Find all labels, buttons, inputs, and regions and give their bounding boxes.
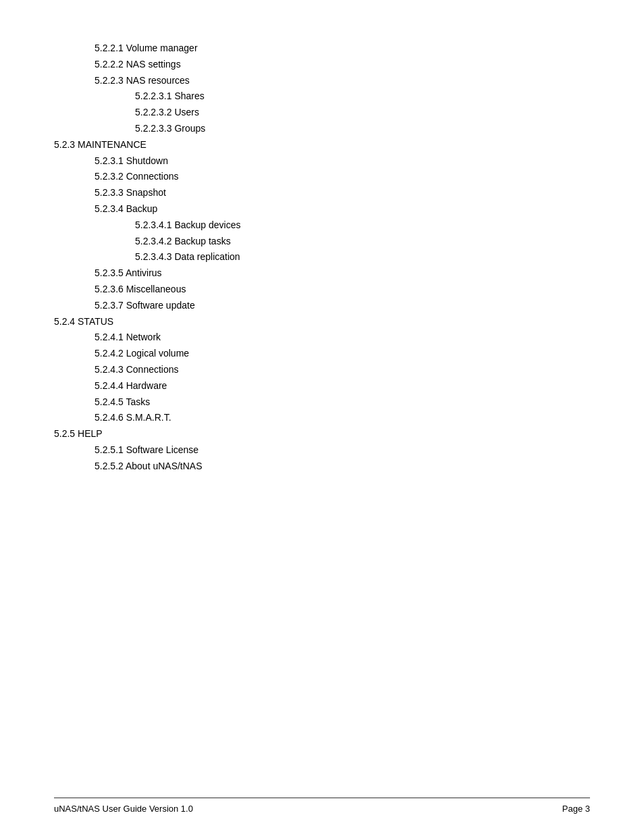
toc-item: 5.2.4.5 Tasks	[95, 394, 590, 411]
toc-item: 5.2.4.3 Connections	[95, 362, 590, 378]
toc-item: 5.2.2.3 NAS resources	[95, 73, 590, 89]
toc-list: 5.2.2.1 Volume manager5.2.2.2 NAS settin…	[54, 41, 590, 475]
toc-item: 5.2.3.7 Software update	[95, 298, 590, 314]
toc-item: 5.2.3.4.2 Backup tasks	[135, 234, 590, 250]
toc-item: 5.2.4 STATUS	[54, 314, 590, 330]
toc-item: 5.2.3.4 Backup	[95, 201, 590, 217]
toc-item: 5.2.3.6 Miscellaneous	[95, 282, 590, 298]
toc-item: 5.2.3.2 Connections	[95, 169, 590, 185]
toc-item: 5.2.3 MAINTENANCE	[54, 137, 590, 153]
toc-item: 5.2.5 HELP	[54, 426, 590, 442]
toc-item: 5.2.2.3.1 Shares	[135, 88, 590, 105]
toc-item: 5.2.2.3.3 Groups	[135, 121, 590, 137]
toc-item: 5.2.5.1 Software License	[95, 442, 590, 459]
toc-item: 5.2.3.1 Shutdown	[95, 153, 590, 170]
toc-item: 5.2.3.5 Antivirus	[95, 265, 590, 282]
toc-item: 5.2.3.3 Snapshot	[95, 185, 590, 201]
footer-right: Page 3	[562, 804, 590, 814]
toc-item: 5.2.2.1 Volume manager	[95, 41, 590, 57]
toc-item: 5.2.4.6 S.M.A.R.T.	[95, 410, 590, 426]
toc-item: 5.2.5.2 About uNAS/tNAS	[95, 459, 590, 475]
toc-item: 5.2.4.2 Logical volume	[95, 346, 590, 362]
toc-item: 5.2.3.4.1 Backup devices	[135, 217, 590, 234]
page-content: 5.2.2.1 Volume manager5.2.2.2 NAS settin…	[0, 0, 644, 529]
toc-item: 5.2.2.2 NAS settings	[95, 57, 590, 73]
toc-item: 5.2.4.4 Hardware	[95, 378, 590, 394]
toc-item: 5.2.2.3.2 Users	[135, 105, 590, 121]
footer-left: uNAS/tNAS User Guide Version 1.0	[54, 804, 193, 814]
footer: uNAS/tNAS User Guide Version 1.0 Page 3	[54, 798, 590, 814]
toc-item: 5.2.3.4.3 Data replication	[135, 249, 590, 265]
toc-item: 5.2.4.1 Network	[95, 330, 590, 346]
